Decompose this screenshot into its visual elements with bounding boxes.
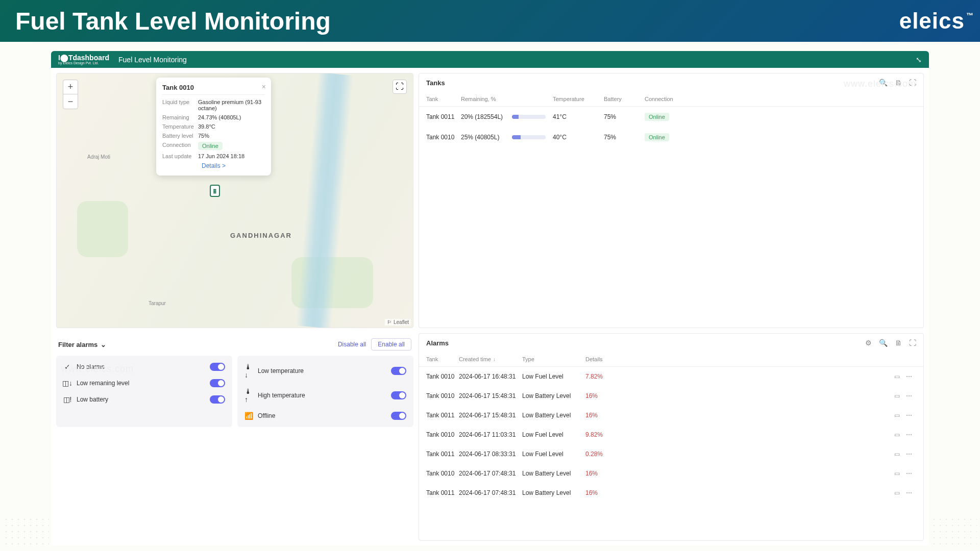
close-icon[interactable]: × [262, 83, 266, 91]
collapse-icon[interactable]: ⤡ [916, 56, 922, 64]
filter-item: ◫!Low battery [63, 391, 225, 408]
toggle[interactable] [391, 412, 406, 420]
status-badge: Online [198, 142, 223, 150]
sort-desc-icon: ↓ [493, 357, 496, 362]
fullscreen-icon[interactable]: ⛶ [393, 80, 407, 94]
popup-title: Tank 0010 [162, 84, 265, 91]
decoration [3, 516, 49, 547]
col-tank[interactable]: Tank [426, 356, 457, 362]
filter-icon: 🌡↑ [244, 387, 253, 404]
more-icon[interactable]: ⋯ [906, 489, 912, 496]
more-icon[interactable]: ⋯ [906, 470, 912, 477]
filter-label: Low battery [77, 396, 108, 403]
search-icon[interactable]: 🔍 [879, 79, 888, 87]
alarms-panel: Alarms ⚙ 🔍 🗎 ⛶ Tank Created time↓ Type D… [419, 333, 924, 541]
table-row[interactable]: Tank 001025% (40805L)40°C75%Online [419, 127, 923, 147]
table-row[interactable]: Tank 00102024-06-17 15:48:31Low Battery … [419, 386, 923, 406]
filter-item: ◫↓Low remaning level [63, 375, 225, 391]
filter-panel: www.eleics.com Filter alarms⌄ Disable al… [56, 333, 413, 541]
table-row[interactable]: Tank 00112024-06-17 08:33:31Low Fuel Lev… [419, 444, 923, 464]
table-row[interactable]: Tank 00102024-06-17 07:48:31Low Battery … [419, 464, 923, 483]
tank-marker[interactable] [210, 185, 220, 197]
toggle[interactable] [210, 363, 225, 371]
more-icon[interactable]: ⋯ [906, 373, 912, 380]
details-link[interactable]: Details > [202, 162, 226, 169]
map-attribution[interactable]: 🏳 Leaflet [385, 319, 411, 325]
filter-label: Offline [258, 412, 275, 419]
table-row[interactable]: Tank 001120% (182554L)41°C75%Online [419, 107, 923, 127]
filter-item: 🌡↑High temperature [244, 383, 406, 408]
filter-icon: 📶 [244, 412, 253, 420]
alarms-title: Alarms [426, 339, 449, 347]
page-title: Fuel Tank Level Monitoring [15, 7, 331, 35]
col-created[interactable]: Created time↓ [459, 356, 520, 362]
filter-icon: 🌡↓ [244, 363, 253, 379]
more-icon[interactable]: ⋯ [906, 450, 912, 458]
comment-icon[interactable]: ▭ [894, 392, 900, 399]
map-place-label: Tarapur [149, 300, 166, 306]
col-type[interactable]: Type [522, 356, 583, 362]
status-badge: Online [645, 113, 669, 121]
filter-title[interactable]: Filter alarms⌄ [58, 341, 106, 348]
tanks-panel: www.eleics.com Tanks 🔍 🗎 ⛶ Tank Remainin… [419, 73, 924, 328]
filter-label: No alarms [77, 363, 105, 370]
filter-item: 📶Offline [244, 408, 406, 424]
filter-label: High temperature [258, 392, 305, 399]
filter-icon: ◫! [63, 395, 71, 404]
comment-icon[interactable]: ▭ [894, 431, 900, 438]
tanks-title: Tanks [426, 79, 445, 87]
disable-all-button[interactable]: Disable all [338, 341, 366, 348]
toggle[interactable] [391, 391, 406, 399]
col-tank[interactable]: Tank [426, 96, 461, 102]
tank-popup: Tank 0010 × Liquid typeGasoline premium … [156, 78, 271, 176]
dashboard-title: Fuel Level Monitoring [118, 56, 187, 64]
col-temperature[interactable]: Temperature [553, 96, 604, 102]
toggle[interactable] [391, 367, 406, 375]
toggle[interactable] [210, 395, 225, 404]
filter-icon: ✓ [63, 363, 71, 371]
status-badge: Online [645, 133, 669, 141]
filter-icon: ◫↓ [63, 379, 71, 387]
enable-all-button[interactable]: Enable all [371, 338, 411, 350]
more-icon[interactable]: ⋯ [906, 412, 912, 419]
comment-icon[interactable]: ▭ [894, 489, 900, 496]
table-row[interactable]: Tank 00102024-06-17 16:48:31Low Fuel Lev… [419, 367, 923, 386]
table-row[interactable]: Tank 00112024-06-17 07:48:31Low Battery … [419, 483, 923, 503]
export-icon[interactable]: 🗎 [895, 79, 902, 87]
zoom-out-button[interactable]: − [63, 94, 78, 109]
col-battery[interactable]: Battery [604, 96, 645, 102]
filter-label: Low remaning level [77, 380, 129, 387]
comment-icon[interactable]: ▭ [894, 450, 900, 458]
table-row[interactable]: Tank 00102024-06-17 11:03:31Low Fuel Lev… [419, 425, 923, 444]
more-icon[interactable]: ⋯ [906, 392, 912, 399]
filter-item: 🌡↓Low temperature [244, 359, 406, 383]
export-icon[interactable]: 🗎 [895, 339, 902, 347]
col-details[interactable]: Details [585, 356, 636, 362]
map-city-label: GANDHINAGAR [230, 232, 292, 239]
comment-icon[interactable]: ▭ [894, 412, 900, 419]
map-panel[interactable]: GANDHINAGAR Adraj Moti Tarapur + − ⛶ 🏳 L… [56, 73, 413, 328]
search-icon[interactable]: 🔍 [879, 339, 888, 347]
toggle[interactable] [210, 379, 225, 387]
chevron-down-icon: ⌄ [101, 341, 106, 348]
col-remaining[interactable]: Remaining, % [461, 96, 512, 102]
comment-icon[interactable]: ▭ [894, 470, 900, 477]
progress-bar [512, 135, 546, 139]
zoom-in-button[interactable]: + [63, 80, 78, 94]
table-row[interactable]: Tank 00112024-06-17 15:48:31Low Battery … [419, 406, 923, 425]
fullscreen-icon[interactable]: ⛶ [909, 79, 916, 87]
fullscreen-icon[interactable]: ⛶ [909, 339, 916, 347]
brand-logo: eleics™ [899, 8, 965, 34]
filter-label: Low temperature [258, 367, 304, 374]
filter-item: ✓No alarms [63, 359, 225, 375]
more-icon[interactable]: ⋯ [906, 431, 912, 438]
decoration [931, 516, 977, 547]
gear-icon[interactable]: ⚙ [865, 339, 872, 347]
progress-bar [512, 115, 546, 119]
dashboard-logo: I⬤Tdashboard by Eleics Design Pvt. Ltd. [58, 54, 109, 65]
map-place-label: Adraj Moti [87, 154, 110, 160]
comment-icon[interactable]: ▭ [894, 373, 900, 380]
col-connection[interactable]: Connection [645, 96, 696, 102]
